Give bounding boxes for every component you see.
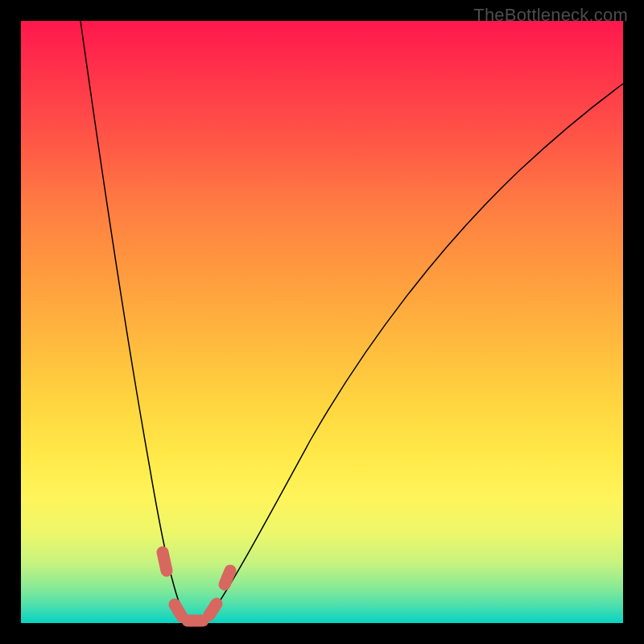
curve-marker-5: [225, 571, 230, 584]
chart-canvas: [21, 21, 623, 623]
bottleneck-curve-svg: [21, 21, 623, 623]
curve-marker-4: [209, 604, 217, 615]
curve-marker-2: [175, 605, 182, 617]
watermark-text: TheBottleneck.com: [473, 5, 628, 26]
curve-right-branch: [198, 84, 623, 623]
curve-left-branch: [80, 21, 193, 623]
curve-marker-1: [163, 552, 167, 571]
